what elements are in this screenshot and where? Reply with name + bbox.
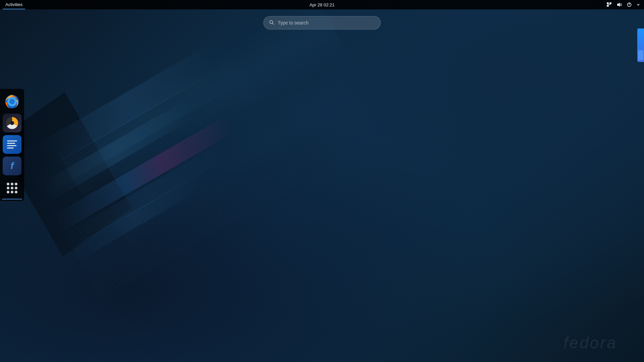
datetime-label: Apr 28 02:21 [310, 2, 334, 7]
search-bar[interactable]: Type to search [263, 16, 381, 29]
grid-dot-3 [15, 183, 17, 185]
panel-left: Activities [3, 0, 25, 9]
activities-button[interactable]: Activities [3, 0, 25, 9]
svg-line-10 [272, 23, 274, 24]
desktop-shapes [0, 0, 644, 362]
search-placeholder: Type to search [278, 20, 309, 25]
network-icon[interactable] [605, 2, 613, 7]
dock-item-app-grid[interactable] [3, 179, 21, 197]
rhythmbox-icon [6, 117, 18, 129]
grid-dot-6 [15, 187, 17, 189]
dock-item-blue-document[interactable] [3, 135, 21, 154]
grid-dot-4 [7, 187, 9, 189]
dock-item-rhythmbox[interactable] [3, 114, 21, 132]
volume-icon[interactable] [615, 2, 623, 7]
app-grid-icon [3, 179, 21, 197]
app-window-thumbnail[interactable] [637, 28, 644, 62]
doc-line-4 [7, 147, 14, 148]
chevron-down-icon[interactable] [635, 3, 641, 6]
desktop: fedora [0, 0, 644, 362]
search-container: Type to search [263, 16, 381, 29]
fedora-watermark: fedora [564, 334, 617, 352]
svg-rect-1 [609, 2, 611, 4]
panel-datetime[interactable]: Apr 28 02:21 [310, 2, 334, 7]
doc-line-3 [7, 145, 16, 146]
grid-dot-5 [11, 187, 13, 189]
blue-doc-icon [5, 138, 19, 150]
grid-dot-1 [7, 183, 9, 185]
dock-item-fedora-app[interactable]: f [3, 157, 21, 175]
power-icon[interactable] [625, 2, 633, 7]
svg-rect-2 [607, 5, 609, 7]
fedora-f-icon: f [10, 161, 13, 171]
grid-dot-7 [7, 191, 9, 193]
svg-rect-0 [607, 2, 609, 4]
dock: f [0, 89, 24, 201]
grid-dot-9 [15, 191, 17, 193]
search-icon [269, 20, 274, 26]
svg-marker-6 [617, 3, 620, 7]
grid-dot-8 [11, 191, 13, 193]
grid-dot-2 [11, 183, 13, 185]
doc-line-1 [7, 140, 17, 141]
doc-line-2 [7, 143, 15, 144]
dock-item-firefox[interactable] [3, 92, 21, 111]
svg-point-13 [9, 99, 15, 104]
top-panel: Activities Apr 28 02:21 [0, 0, 644, 9]
panel-right [605, 2, 641, 7]
